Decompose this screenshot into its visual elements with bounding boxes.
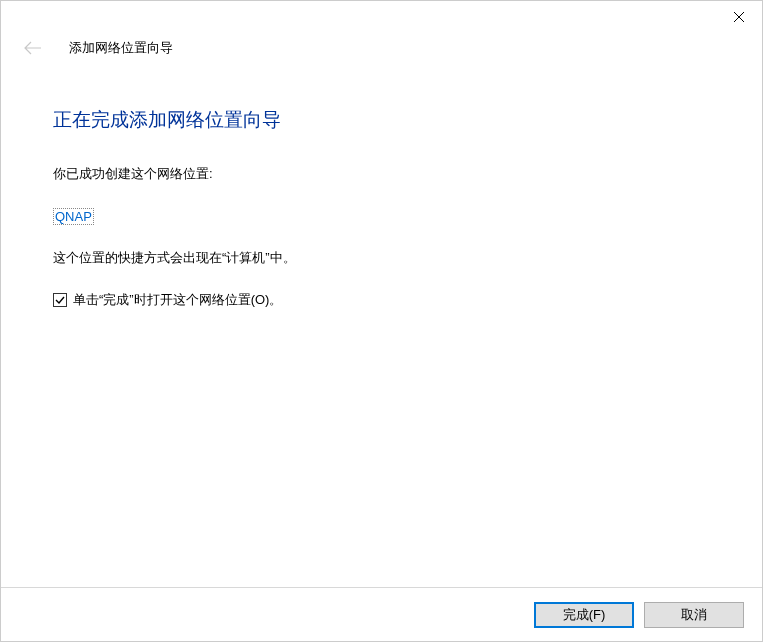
wizard-content: 正在完成添加网络位置向导 你已成功创建这个网络位置: QNAP 这个位置的快捷方…: [1, 61, 762, 309]
back-button: [19, 34, 47, 62]
arrow-left-icon: [23, 40, 43, 56]
open-location-checkbox[interactable]: [53, 293, 67, 307]
titlebar: [1, 1, 762, 39]
page-title: 正在完成添加网络位置向导: [53, 107, 710, 133]
location-link[interactable]: QNAP: [53, 208, 94, 225]
checkmark-icon: [54, 294, 66, 306]
wizard-header: 添加网络位置向导: [1, 35, 762, 61]
finish-button[interactable]: 完成(F): [534, 602, 634, 628]
wizard-name: 添加网络位置向导: [69, 39, 173, 57]
close-button[interactable]: [716, 1, 762, 33]
cancel-button[interactable]: 取消: [644, 602, 744, 628]
success-message: 你已成功创建这个网络位置:: [53, 165, 710, 183]
close-icon: [733, 11, 745, 23]
wizard-footer: 完成(F) 取消: [1, 587, 762, 641]
checkbox-label: 单击“完成”时打开这个网络位置(O)。: [73, 291, 282, 309]
shortcut-message: 这个位置的快捷方式会出现在“计算机”中。: [53, 249, 710, 267]
open-location-checkbox-row: 单击“完成”时打开这个网络位置(O)。: [53, 291, 710, 309]
